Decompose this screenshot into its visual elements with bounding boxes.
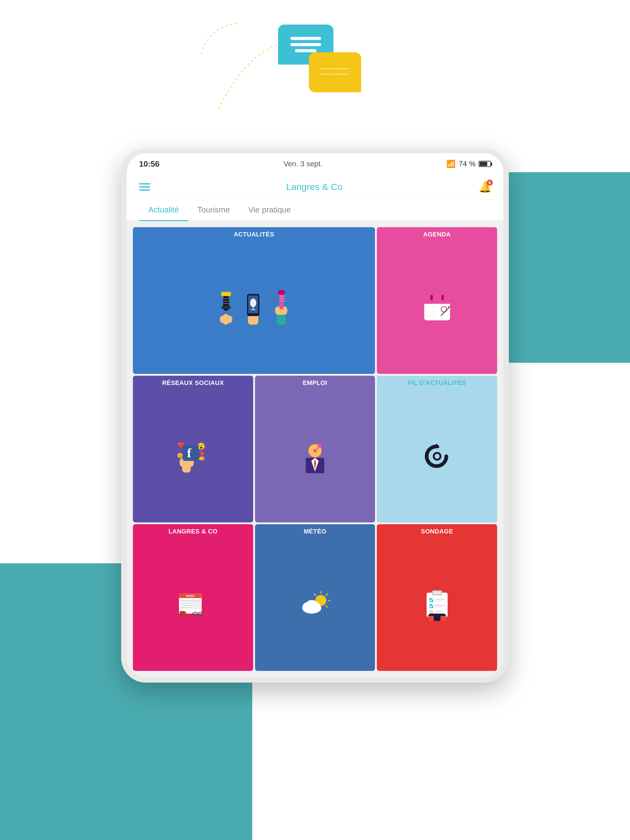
tile-langres[interactable]: LANGRES & CO NEWS [133, 524, 253, 671]
svg-rect-104 [429, 610, 433, 614]
tile-fil-label: FIL D'ACTUALITÉS [377, 376, 497, 390]
chat-icon [269, 25, 361, 92]
tile-reseaux-image: 😮 ❤️ 👍 😊 f [133, 390, 253, 523]
battery-percent: 74 % [459, 159, 476, 168]
svg-rect-103 [435, 606, 442, 608]
fil-logo-icon [422, 441, 453, 472]
svg-rect-3 [221, 306, 231, 309]
svg-text:😊: 😊 [177, 453, 183, 458]
tile-actualites-image [133, 242, 375, 374]
tile-sondage-label: SONDAGE [377, 524, 497, 539]
clipboard-icon [423, 588, 451, 622]
tab-vie-pratique[interactable]: Vie pratique [239, 199, 300, 221]
svg-rect-71 [181, 600, 200, 602]
tile-fil-image [377, 390, 497, 523]
svg-rect-99 [435, 598, 445, 600]
tile-actualites[interactable]: ACTUALITÉS [133, 227, 375, 374]
svg-line-87 [326, 594, 327, 595]
tile-langres-label: LANGRES & CO [133, 524, 253, 539]
status-time: 10:56 [139, 159, 160, 169]
tablet-container: 10:56 Ven. 3 sept. 📶 74 % Langres & C [121, 148, 509, 682]
notification-button[interactable]: 🔔 6 [479, 181, 491, 193]
svg-point-11 [250, 298, 256, 307]
nav-tabs: Actualité Tourisme Vie pratique [127, 199, 503, 221]
tile-reseaux[interactable]: RÉSEAUX SOCIAUX 😮 ❤️ 👍 😊 [133, 376, 253, 523]
menu-button[interactable] [139, 183, 150, 191]
svg-rect-110 [440, 616, 446, 621]
chat-line-1 [290, 37, 321, 40]
svg-rect-109 [428, 616, 434, 621]
svg-rect-81 [180, 611, 185, 616]
tile-emploi[interactable]: EMPLOI [255, 376, 375, 523]
weather-icon [298, 591, 332, 619]
chat-bubble-yellow [309, 52, 361, 92]
app-header: Langres & Co 🔔 6 [127, 175, 503, 199]
app-title: Langres & Co [286, 182, 342, 192]
svg-point-50 [313, 449, 317, 453]
tile-meteo-image [255, 539, 375, 671]
tile-agenda-image [377, 242, 497, 374]
tile-fil[interactable]: FIL D'ACTUALITÉS [377, 376, 497, 523]
grid-content: ACTUALITÉS [127, 221, 503, 677]
tile-meteo-label: MÉTÉO [255, 524, 375, 539]
tab-actualite[interactable]: Actualité [139, 199, 188, 221]
svg-rect-24 [431, 295, 433, 300]
battery-icon [479, 161, 491, 167]
facebook-icon: 😮 ❤️ 👍 😊 f [176, 439, 210, 473]
tile-meteo[interactable]: MÉTÉO [255, 524, 375, 671]
tile-agenda[interactable]: AGENDA [377, 227, 497, 374]
wifi-icon: 📶 [446, 159, 456, 168]
tile-emploi-label: EMPLOI [255, 376, 375, 390]
tab-tourisme[interactable]: Tourisme [188, 199, 239, 221]
phone-mic-icon [242, 289, 264, 326]
emploi-icon [300, 438, 330, 475]
tile-agenda-label: AGENDA [377, 227, 497, 242]
svg-rect-106 [435, 613, 440, 614]
svg-line-89 [326, 605, 327, 607]
svg-line-90 [314, 594, 316, 595]
svg-point-94 [306, 600, 318, 610]
svg-text:f: f [187, 446, 192, 460]
svg-point-67 [435, 454, 440, 459]
svg-rect-1 [220, 316, 232, 323]
svg-rect-105 [435, 611, 443, 612]
notification-badge: 6 [487, 180, 493, 186]
chat-dot-line-2 [321, 74, 349, 76]
tablet-screen: 10:56 Ven. 3 sept. 📶 74 % Langres & C [127, 153, 503, 677]
svg-rect-84 [180, 611, 185, 612]
svg-rect-74 [181, 607, 193, 608]
tile-langres-image: NEWS [133, 539, 253, 671]
tile-reseaux-label: RÉSEAUX SOCIAUX [133, 376, 253, 390]
chat-line-2 [290, 43, 321, 46]
svg-text:NEWS: NEWS [187, 594, 195, 597]
status-date: Ven. 3 sept. [283, 159, 323, 168]
svg-rect-100 [435, 600, 442, 602]
microphone1-icon [214, 289, 237, 326]
tile-sondage[interactable]: SONDAGE [377, 524, 497, 671]
chat-dot-line-1 [321, 68, 349, 71]
hamburger-line-1 [139, 183, 150, 185]
status-bar: 10:56 Ven. 3 sept. 📶 74 % [127, 153, 503, 175]
chat-line-3 [295, 49, 317, 52]
tile-sondage-image [377, 539, 497, 671]
status-right: 📶 74 % [446, 159, 491, 168]
svg-rect-102 [435, 605, 445, 606]
svg-point-17 [278, 290, 285, 295]
tablet-body: 10:56 Ven. 3 sept. 📶 74 % Langres & C [121, 148, 509, 682]
agenda-calendar-icon [422, 292, 453, 323]
newspaper-icon: NEWS [177, 591, 208, 619]
battery-fill [480, 162, 487, 166]
hamburger-line-2 [139, 186, 150, 188]
svg-rect-23 [424, 301, 450, 304]
hamburger-line-3 [139, 189, 150, 191]
svg-rect-25 [442, 295, 444, 300]
tile-emploi-image [255, 390, 375, 523]
svg-rect-97 [433, 591, 441, 594]
svg-rect-75 [193, 602, 201, 609]
svg-rect-7 [221, 292, 231, 296]
tile-actualites-label: ACTUALITÉS [133, 227, 375, 242]
pencil-mic-icon [269, 289, 293, 326]
